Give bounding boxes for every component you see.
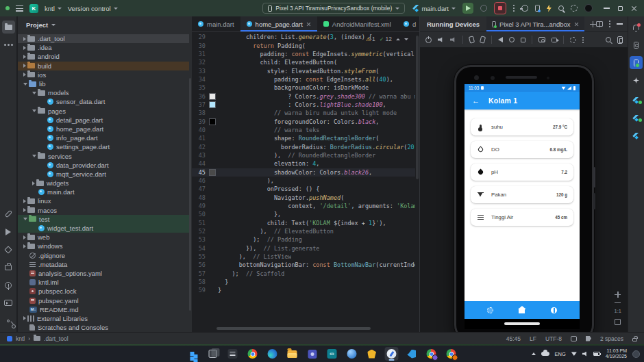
maximize-button[interactable] (618, 6, 623, 11)
debug-button[interactable] (480, 5, 487, 12)
taskbar-vscode[interactable] (405, 347, 419, 361)
tree-item-lib[interactable]: lib (18, 79, 189, 88)
code-line-45[interactable]: 45 shadowColor: Colors.black26, (192, 168, 415, 177)
chevron-icon[interactable] (32, 155, 36, 157)
terminal-button[interactable] (2, 296, 15, 309)
code-area[interactable]: 29 children: List.generate(3, (index) {3… (192, 33, 415, 324)
running-devices-button[interactable] (630, 56, 643, 69)
chevron-icon[interactable] (23, 208, 26, 212)
taskbar-edge[interactable] (266, 347, 280, 361)
tree-item-web[interactable]: web (18, 233, 189, 242)
search-icon[interactable] (558, 5, 564, 11)
code-line-34[interactable]: 34 padding: const EdgeInsets.all(40), (192, 75, 415, 83)
onedrive-icon[interactable] (541, 352, 549, 356)
commit-button[interactable] (2, 207, 15, 220)
taskbar-chrome[interactable] (246, 347, 260, 361)
code-line-47[interactable]: 47 onPressed: () { (192, 185, 415, 193)
code-line-59[interactable]: 59} (192, 286, 415, 294)
avatar-icon[interactable] (584, 4, 593, 12)
hot-reload-icon[interactable] (547, 5, 552, 12)
taskbar-sphere[interactable] (345, 347, 359, 361)
code-line-53[interactable]: 53 ); // Padding (192, 235, 415, 244)
code-line-38[interactable]: 38 // warna biru muda untuk light mode (192, 109, 415, 117)
tree-item-gitignore[interactable]: .gitignore (18, 251, 189, 260)
wifi-tray-icon[interactable] (571, 352, 577, 356)
code-line-31[interactable]: 31 padding: const EdgeInsets.symmetric(v… (192, 50, 415, 58)
taskbar-teams[interactable] (306, 347, 319, 361)
more-options-icon[interactable] (609, 21, 610, 22)
tree-item-build[interactable]: build (18, 62, 189, 70)
notification-center-icon[interactable] (632, 350, 640, 358)
zoom-fit-icon[interactable] (615, 319, 621, 325)
nav-home-icon[interactable] (519, 309, 525, 313)
code-line-39[interactable]: 39 foregroundColor: Colors.black, (192, 117, 415, 125)
main-menu-icon[interactable] (16, 5, 23, 12)
volume-tray-icon[interactable] (582, 352, 588, 357)
tree-item-idea[interactable]: .idea (18, 43, 189, 52)
close-button[interactable] (631, 5, 637, 12)
chevron-icon[interactable] (23, 46, 26, 50)
sensor-card-pakan[interactable]: Pakan120 g (471, 186, 573, 203)
code-line-46[interactable]: 46 ), (192, 177, 415, 185)
chevron-icon[interactable] (23, 37, 26, 41)
gradle-icon[interactable] (521, 5, 528, 12)
stop-button[interactable] (494, 2, 506, 14)
build-button[interactable] (2, 261, 15, 274)
tree-item-home-page-dart[interactable]: home_page.dart (18, 125, 189, 133)
code-line-36[interactable]: 36 ? Colors.grey.shade300 // warna abu m… (192, 92, 415, 100)
version-control-button[interactable] (2, 314, 15, 327)
tree-item-pubspec-yaml[interactable]: pubspec.yaml (18, 296, 189, 305)
editor-hscrollbar[interactable] (216, 327, 371, 330)
code-line-43[interactable]: 43 ), // RoundedRectangleBorder (192, 151, 415, 159)
snapshots-icon[interactable] (570, 37, 576, 43)
zoom-in-icon[interactable] (615, 292, 621, 298)
code-line-37[interactable]: 37 : Colors.lightBlue.shade100, (192, 101, 415, 109)
line-separator[interactable]: LF (530, 335, 536, 342)
screenshot-icon[interactable] (538, 37, 545, 42)
notifications-button[interactable] (630, 21, 643, 34)
close-icon[interactable] (574, 22, 579, 27)
code-line-32[interactable]: 32 child: ElevatedButton( (192, 58, 415, 66)
tab-main-dart[interactable]: main.dart (192, 16, 240, 31)
home-icon[interactable] (509, 37, 515, 42)
split-view-icon[interactable] (596, 21, 603, 27)
chevron-icon[interactable] (23, 73, 26, 77)
overview-icon[interactable] (521, 38, 525, 42)
taskbar-explorer[interactable] (286, 347, 299, 361)
taskbar-app-yellow[interactable] (365, 347, 379, 361)
tree-item-external-libraries[interactable]: External Libraries (18, 314, 189, 323)
device-explorer-button[interactable] (630, 38, 643, 51)
code-line-44[interactable]: 44 elevation: 4, (192, 159, 415, 168)
sensor-card-suhu[interactable]: suhu27.9 °C (471, 118, 573, 135)
taskbar-chrome-personal[interactable] (445, 347, 458, 361)
project-panel-header[interactable]: Project (18, 16, 192, 33)
problems-button[interactable] (2, 279, 15, 292)
volume-down-icon[interactable] (450, 37, 456, 42)
chevron-icon[interactable] (23, 55, 26, 59)
taskbar-arduino[interactable] (325, 347, 339, 361)
tab-androidmanifest-xml[interactable]: AndroidManifest.xml (317, 16, 397, 31)
breadcrumb[interactable]: kntl › .dart_tool (7, 335, 69, 342)
code-line-49[interactable]: 49 context, '/detail', arguments: 'Kolam… (192, 202, 415, 210)
chevron-icon[interactable] (32, 109, 36, 112)
tree-item-readme-md[interactable]: README.md (18, 305, 189, 314)
code-line-58[interactable]: 58 } (192, 278, 415, 286)
chevron-icon[interactable] (23, 199, 26, 203)
code-line-42[interactable]: 42 borderRadius: BorderRadius.circular(2… (192, 142, 415, 151)
tree-item-main-dart[interactable]: main.dart (18, 188, 189, 196)
sensor-card-tinggi-air[interactable]: Tinggi Air45 cm (471, 209, 573, 226)
tree-item-metadata[interactable]: .metadata (18, 260, 189, 269)
close-tab-icon[interactable] (306, 22, 311, 27)
nav-info-icon[interactable] (551, 307, 557, 313)
code-line-33[interactable]: 33 style: ElevatedButton.styleFrom( (192, 66, 415, 75)
taskbar-chrome-work[interactable] (425, 347, 438, 361)
tree-item-widgets[interactable]: widgets (18, 179, 189, 188)
sensor-card-do[interactable]: DO6.8 mg/L (471, 141, 573, 158)
zoom-level[interactable]: 1:1 (615, 308, 621, 314)
tree-item-analysis-options-yaml[interactable]: analysis_options.yaml (18, 269, 189, 278)
add-device-icon[interactable] (590, 21, 596, 27)
power-icon[interactable] (425, 37, 432, 43)
unlock-icon[interactable] (632, 338, 637, 341)
code-line-54[interactable]: 54 }), // List.generate (192, 244, 415, 253)
tree-item-macos[interactable]: macos (18, 206, 189, 215)
